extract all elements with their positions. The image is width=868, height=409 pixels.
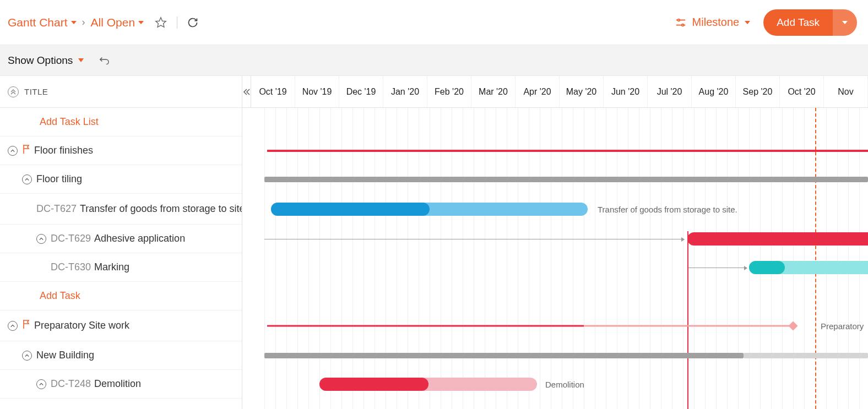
task-list-sidebar: TITLE Add Task List Floor finishes (0, 76, 242, 409)
chevron-up-icon (25, 353, 29, 358)
filter-selector-label: All Open (91, 16, 135, 29)
collapse-all-button[interactable] (8, 86, 19, 97)
add-task-button[interactable]: Add Task (763, 9, 857, 36)
milestone-dropdown[interactable]: Milestone (675, 16, 751, 29)
add-task-list-row[interactable]: Add Task List (0, 108, 242, 137)
flag-icon (22, 319, 31, 332)
month-cell[interactable]: Jul '20 (648, 76, 692, 107)
subheader: Show Options (0, 45, 868, 76)
group-bar-label: Preparatory (821, 321, 864, 331)
task-bar[interactable] (749, 261, 868, 274)
task-id: DC-T248 (51, 378, 91, 390)
month-cell[interactable]: Feb '20 (427, 76, 471, 107)
group-row-preparatory[interactable]: Preparatory Site work (0, 310, 242, 341)
divider (177, 17, 177, 29)
task-id: DC-T630 (51, 261, 91, 273)
svg-point-3 (677, 19, 680, 21)
chevron-up-icon (39, 382, 44, 386)
double-chevron-up-icon (10, 89, 16, 95)
task-bar[interactable] (271, 203, 588, 216)
task-bar-label: Transfer of goods from storage to site. (598, 205, 737, 214)
task-id: DC-T627 (36, 203, 77, 215)
chevron-up-icon (10, 149, 15, 153)
task-row[interactable]: DC-T629 Adhesive application (0, 225, 242, 253)
favorite-button[interactable] (155, 17, 167, 29)
chevron-up-icon (25, 177, 29, 182)
gantt-row-add-task (264, 282, 868, 310)
flag-icon (22, 144, 31, 157)
add-task-row[interactable]: Add Task (0, 282, 242, 310)
timeline-months: Oct '19 Nov '19 Dec '19 Jan '20 Feb '20 … (251, 76, 868, 107)
month-cell[interactable]: Jan '20 (383, 76, 427, 107)
chevron-up-icon (10, 324, 15, 328)
month-cell[interactable]: Nov (824, 76, 868, 107)
summary-bar[interactable] (264, 353, 744, 358)
header-right: Milestone Add Task (675, 9, 857, 36)
month-cell[interactable]: Jun '20 (604, 76, 648, 107)
gantt-row-floor-finishes (264, 137, 868, 165)
month-cell[interactable]: Oct '19 (251, 76, 295, 107)
collapse-toggle[interactable] (8, 321, 18, 331)
sliders-icon (675, 17, 687, 29)
view-selector[interactable]: Gantt Chart (8, 16, 77, 29)
filter-selector[interactable]: All Open (91, 16, 144, 29)
collapse-toggle[interactable] (22, 351, 32, 361)
gantt-chart: Oct '19 Nov '19 Dec '19 Jan '20 Feb '20 … (242, 76, 868, 409)
gantt-row-marking (264, 253, 868, 282)
task-row[interactable]: DC-T248 Demolition (0, 370, 242, 399)
show-options-dropdown[interactable]: Show Options (8, 54, 84, 67)
header-icons (155, 17, 198, 29)
month-cell[interactable]: Dec '19 (339, 76, 383, 107)
gantt-row-preparatory: Preparatory (264, 310, 868, 341)
add-task-caret[interactable] (833, 9, 857, 36)
group-bar[interactable] (267, 325, 584, 327)
group-bar[interactable] (267, 150, 868, 152)
collapse-toggle[interactable] (36, 234, 46, 244)
month-cell[interactable]: Aug '20 (692, 76, 736, 107)
month-cell[interactable]: Sep '20 (736, 76, 780, 107)
task-row[interactable]: DC-T627 Transfer of goods from storage t… (0, 194, 242, 225)
subgroup-row-floor-tiling[interactable]: Floor tiling (0, 165, 242, 194)
task-row[interactable]: DC-T630 Marking (0, 253, 242, 282)
add-task-label: Add Task (763, 17, 833, 29)
chevron-down-icon (745, 21, 750, 24)
undo-button[interactable] (98, 54, 110, 66)
month-cell[interactable]: Nov '19 (295, 76, 339, 107)
subgroup-label: New Building (36, 350, 94, 361)
add-task-list-link: Add Task List (8, 116, 99, 128)
undo-icon (98, 54, 110, 64)
show-options-label: Show Options (8, 54, 73, 67)
scroll-left-button[interactable] (242, 76, 251, 107)
main: TITLE Add Task List Floor finishes (0, 76, 868, 409)
month-cell[interactable]: Mar '20 (471, 76, 516, 107)
title-header-label: TITLE (24, 87, 48, 96)
chevron-down-icon (842, 21, 848, 24)
task-bar-label: Demolition (545, 380, 584, 389)
summary-bar-tail (744, 353, 868, 358)
month-cell[interactable]: Oct '20 (780, 76, 824, 107)
subgroup-row-new-building[interactable]: New Building (0, 341, 242, 370)
task-bar[interactable] (687, 232, 868, 246)
header: Gantt Chart › All Open Milestone Add Tas… (0, 0, 868, 45)
group-bar-remaining (584, 325, 792, 327)
task-id: DC-T629 (51, 233, 91, 244)
task-bar[interactable] (319, 378, 537, 391)
month-cell[interactable]: Apr '20 (516, 76, 560, 107)
collapse-toggle[interactable] (22, 174, 32, 184)
milestone-icon[interactable] (789, 321, 798, 331)
chevron-down-icon (71, 21, 77, 24)
group-row-floor-finishes[interactable]: Floor finishes (0, 137, 242, 165)
gantt-body[interactable]: Transfer of goods from storage to site. … (242, 108, 868, 409)
breadcrumb-separator: › (82, 17, 85, 28)
gantt-row-demolition: Demolition (264, 370, 868, 399)
subgroup-label: Floor tiling (36, 173, 82, 185)
collapse-toggle[interactable] (36, 379, 46, 389)
refresh-button[interactable] (187, 17, 198, 28)
gantt-row-transfer: Transfer of goods from storage to site. (264, 194, 868, 225)
month-cell[interactable]: May '20 (560, 76, 604, 107)
chevron-up-icon (39, 237, 44, 241)
svg-point-4 (681, 24, 683, 26)
summary-bar[interactable] (264, 177, 868, 182)
collapse-toggle[interactable] (8, 146, 18, 156)
group-label: Floor finishes (34, 145, 93, 156)
